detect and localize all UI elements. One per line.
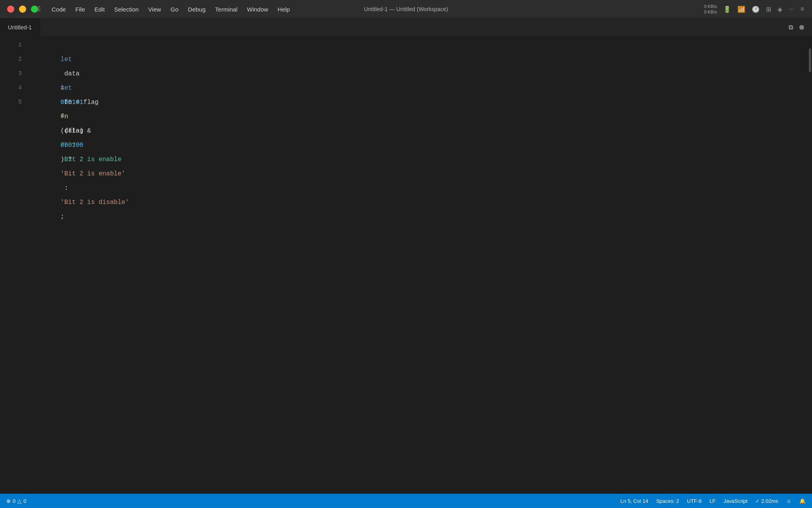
cursor-position[interactable]: Ln 5, Col 14 <box>620 498 648 504</box>
editor-tab[interactable]: Untitled-1 <box>0 19 40 37</box>
timing-label: ✓ 2.02ms <box>755 498 778 504</box>
warning-count: 0 <box>23 498 26 504</box>
siri-icon[interactable]: ◈ <box>778 6 782 13</box>
feedback-icon[interactable]: ☺ <box>786 498 791 504</box>
encoding-indicator[interactable]: UTF-8 <box>687 498 702 504</box>
menu-view[interactable]: View <box>144 0 166 19</box>
smiley-icon: ☺ <box>786 498 791 504</box>
language-label: JavaScript <box>724 498 748 504</box>
minimize-button[interactable] <box>19 6 26 13</box>
menu-edit[interactable]: Edit <box>90 0 109 19</box>
line-number-gutter: 1 2 3 4 5 <box>0 37 26 494</box>
menu-file[interactable]: File <box>71 0 90 19</box>
code-editor[interactable]: let data = 0b0101 let fn = flag ⇒ (flag … <box>26 37 806 494</box>
code-line-1: let data = 0b0101 <box>38 38 806 52</box>
titlebar:  Code File Edit Selection View Go Debug… <box>0 0 812 19</box>
status-bar: ⊗ 0 △ 0 Ln 5, Col 14 Spaces: 2 UTF-8 LF … <box>0 494 812 508</box>
language-indicator[interactable]: JavaScript <box>724 498 748 504</box>
tab-label: Untitled-1 <box>8 24 32 31</box>
wifi-icon: 📶 <box>737 6 745 13</box>
tab-bar-actions: ⧉ <box>789 24 804 31</box>
warning-icon: △ <box>17 498 21 504</box>
code-line-5: fn (data) // ? Bit 2 is enable <box>38 95 806 110</box>
clock-icon: 🕐 <box>752 6 760 13</box>
line-number-4: 4 <box>10 81 22 95</box>
titlebar-right: 0 KB/s 0 KB/s 🔋 📶 🕐 ⊞ ◈ ··· ≡ <box>704 4 804 15</box>
menu-terminal[interactable]: Terminal <box>210 0 242 19</box>
scrollbar-thumb[interactable] <box>809 48 811 72</box>
battery-icon: 🔋 <box>723 6 731 13</box>
split-editor-icon[interactable]: ⧉ <box>789 24 793 31</box>
menu-go[interactable]: Go <box>166 0 183 19</box>
error-count: 0 <box>13 498 15 504</box>
editor-area: 1 2 3 4 5 let data = 0b0101 let fn = fla… <box>0 37 812 494</box>
line-number-5: 5 <box>10 95 22 110</box>
spaces-label: Spaces: 2 <box>656 498 679 504</box>
tab-bar: Untitled-1 ⧉ <box>0 19 812 37</box>
menu-debug[interactable]: Debug <box>183 0 210 19</box>
menu-extras-icon[interactable]: ≡ <box>801 6 804 13</box>
scrollbar-track[interactable] <box>806 37 812 494</box>
menu-selection[interactable]: Selection <box>109 0 144 19</box>
close-button[interactable] <box>7 6 14 13</box>
keyword-let-1: let <box>61 56 72 63</box>
timing-indicator: ✓ 2.02ms <box>755 498 778 504</box>
menu-code[interactable]: Code <box>47 0 71 19</box>
line-number-2: 2 <box>10 52 22 67</box>
window-title: Untitled-1 — Untitled (Workspace) <box>364 6 448 12</box>
menu-window[interactable]: Window <box>242 0 273 19</box>
code-line-4 <box>38 81 806 95</box>
more-actions-icon[interactable] <box>799 25 804 30</box>
position-label: Ln 5, Col 14 <box>620 498 648 504</box>
indent-setting[interactable]: Spaces: 2 <box>656 498 679 504</box>
menu-bar:  Code File Edit Selection View Go Debug… <box>32 0 295 19</box>
network-stats: 0 KB/s 0 KB/s <box>704 4 717 15</box>
code-line-2 <box>38 52 806 67</box>
error-icon: ⊗ <box>6 498 11 504</box>
statusbar-right: Ln 5, Col 14 Spaces: 2 UTF-8 LF JavaScri… <box>620 498 806 504</box>
line-ending-indicator[interactable]: LF <box>710 498 716 504</box>
more-icon[interactable]: ··· <box>789 6 794 13</box>
bell-icon: 🔔 <box>799 498 806 504</box>
encoding-label: UTF-8 <box>687 498 702 504</box>
notification-icon[interactable]: 🔔 <box>799 498 806 504</box>
line-number-3: 3 <box>10 67 22 81</box>
errors-indicator[interactable]: ⊗ 0 △ 0 <box>6 498 26 504</box>
statusbar-left: ⊗ 0 △ 0 <box>6 498 26 504</box>
code-line-3: let fn = flag ⇒ (flag & 0b0100 ) ? 'Bit … <box>38 67 806 81</box>
line-number-1: 1 <box>10 38 22 52</box>
control-center-icon[interactable]: ⊞ <box>766 6 771 13</box>
menu-help[interactable]: Help <box>273 0 295 19</box>
line-ending-label: LF <box>710 498 716 504</box>
apple-menu[interactable]:  <box>32 0 47 19</box>
